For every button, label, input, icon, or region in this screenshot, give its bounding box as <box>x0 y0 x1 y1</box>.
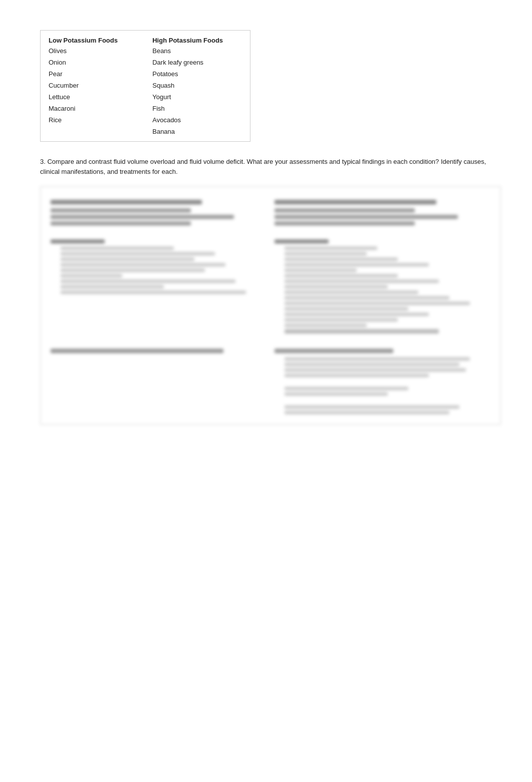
food-table-section: Low Potassium Foods High Potassium Foods… <box>40 30 492 142</box>
blurred-col1-header <box>51 200 267 204</box>
table-row: Onion Dark leafy greens <box>41 57 250 68</box>
table-row: Rice Avocados <box>41 114 250 126</box>
table-row: Lettuce Yogurt <box>41 91 250 103</box>
low-potassium-item-6: Macaroni <box>41 103 145 114</box>
low-potassium-item-7: Rice <box>41 114 145 126</box>
col2-header: High Potassium Foods <box>144 31 250 46</box>
low-potassium-item-1: Olives <box>41 45 145 57</box>
low-potassium-item-4: Cucumber <box>41 80 145 91</box>
col1-header: Low Potassium Foods <box>41 31 145 46</box>
table-header-row: Low Potassium Foods High Potassium Foods <box>41 31 250 46</box>
high-potassium-item-5: Yogurt <box>144 91 250 103</box>
blurred-col2-header <box>275 200 490 204</box>
high-potassium-item-6: Fish <box>144 103 250 114</box>
high-potassium-item-1: Beans <box>144 45 250 57</box>
high-potassium-item-7: Avocados <box>144 114 250 126</box>
table-row: Pear Potatoes <box>41 68 250 80</box>
table-row: Banana <box>41 126 250 142</box>
blurred-answer-table <box>40 186 501 425</box>
table-row: Cucumber Squash <box>41 80 250 91</box>
potassium-table: Low Potassium Foods High Potassium Foods… <box>40 30 250 142</box>
high-potassium-item-8: Banana <box>144 126 250 142</box>
high-potassium-item-4: Squash <box>144 80 250 91</box>
table-row: Olives Beans <box>41 45 250 57</box>
low-potassium-item-5: Lettuce <box>41 91 145 103</box>
high-potassium-item-3: Potatoes <box>144 68 250 80</box>
low-potassium-item-3: Pear <box>41 68 145 80</box>
low-potassium-item-2: Onion <box>41 57 145 68</box>
table-row: Macaroni Fish <box>41 103 250 114</box>
low-potassium-item-empty <box>41 126 145 142</box>
question3-text: 3. Compare and contrast fluid volume ove… <box>40 157 492 176</box>
high-potassium-item-2: Dark leafy greens <box>144 57 250 68</box>
